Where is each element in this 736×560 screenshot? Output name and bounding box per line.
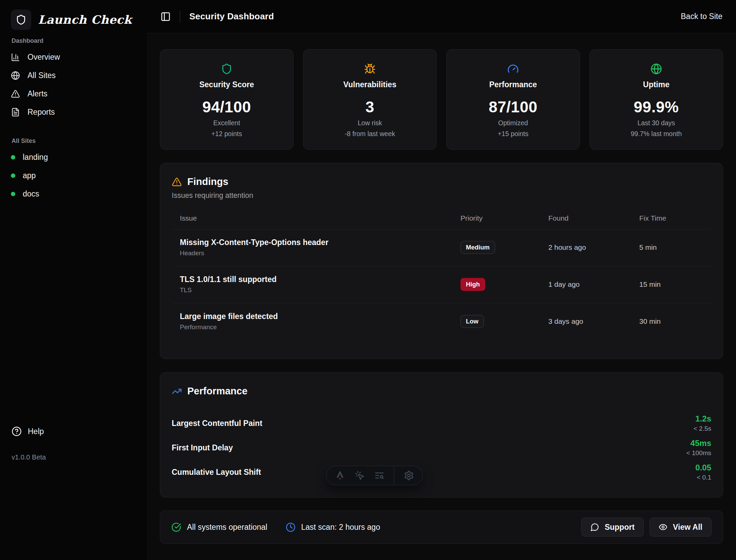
file-text-icon xyxy=(11,108,20,117)
stat-sub2: +12 points xyxy=(211,130,242,138)
sidebar-section-dashboard: Dashboard xyxy=(12,37,136,44)
help-label: Help xyxy=(28,427,44,436)
status-text: All systems operational xyxy=(187,523,267,532)
stat-value: 99.9% xyxy=(634,98,679,116)
stat-sub1: Optimized xyxy=(498,119,528,127)
sidebar-site-docs[interactable]: docs xyxy=(11,185,136,203)
finding-row[interactable]: Large image files detected Performance L… xyxy=(172,303,711,340)
security-dashboard-page: Launch Check Dashboard Overview All Site… xyxy=(0,0,736,560)
sidebar-item-help[interactable]: Help xyxy=(12,426,44,436)
pointer-click-icon[interactable] xyxy=(355,470,365,481)
issue-category: TLS xyxy=(180,286,460,294)
col-found: Found xyxy=(548,214,639,222)
col-issue: Issue xyxy=(172,214,460,222)
launcher-logo-icon[interactable] xyxy=(335,470,345,481)
sidebar-item-overview[interactable]: Overview xyxy=(11,48,136,66)
col-priority: Priority xyxy=(460,214,548,222)
support-label: Support xyxy=(605,523,635,532)
site-name: app xyxy=(23,171,36,180)
message-circle-icon xyxy=(590,523,599,531)
stat-value: 94/100 xyxy=(202,98,251,116)
sidebar-item-alerts[interactable]: Alerts xyxy=(11,85,136,103)
findings-card: Findings Issues requiring attention Issu… xyxy=(160,163,723,359)
metric-label: First Input Delay xyxy=(172,443,233,452)
sidebar-site-landing[interactable]: landing xyxy=(11,148,136,166)
finding-row[interactable]: Missing X-Content-Type-Options header He… xyxy=(172,229,711,266)
stat-card-uptime: Uptime 99.9% Last 30 days 99.7% last mon… xyxy=(589,49,723,150)
metric-threshold: < 100ms xyxy=(686,449,711,457)
stat-card-security-score: Security Score 94/100 Excellent +12 poin… xyxy=(160,49,294,150)
finding-row[interactable]: TLS 1.0/1.1 still supported TLS High 1 d… xyxy=(172,266,711,303)
page-title: Security Dashboard xyxy=(189,11,274,22)
overlay-toolbar xyxy=(326,466,423,485)
dashboard-content: Security Score 94/100 Excellent +12 poin… xyxy=(147,33,736,560)
performance-card: Performance Largest Contentful Paint 1.2… xyxy=(160,372,723,498)
stat-title: Vulnerabilities xyxy=(343,80,396,89)
main-area: Security Dashboard Back to Site Security… xyxy=(147,0,736,560)
view-all-label: View All xyxy=(673,523,702,532)
topbar-divider xyxy=(180,11,180,22)
stat-sub2: -8 from last week xyxy=(345,130,395,138)
status-bar: All systems operational Last scan: 2 hou… xyxy=(160,510,723,544)
stat-sub2: 99.7% last month xyxy=(631,130,682,138)
toolbar-divider xyxy=(394,466,394,485)
stat-title: Performance xyxy=(489,80,537,89)
stat-card-vulnerabilities: Vulnerabilities 3 Low risk -8 from last … xyxy=(303,49,437,150)
stat-sub1: Excellent xyxy=(213,119,240,127)
last-scan-text: Last scan: 2 hours ago xyxy=(301,523,380,532)
findings-subtitle: Issues requiring attention xyxy=(172,191,711,200)
view-all-button[interactable]: View All xyxy=(649,518,712,537)
metric-value: 1.2s xyxy=(694,414,711,424)
fix-time: 15 min xyxy=(639,280,711,288)
back-to-site-link[interactable]: Back to Site xyxy=(681,12,722,21)
performance-title: Performance xyxy=(187,386,247,397)
site-status-dot xyxy=(11,173,15,178)
findings-table: Issue Priority Found Fix Time Missing X-… xyxy=(172,214,711,340)
sidebar-toggle-button[interactable] xyxy=(161,12,171,22)
stat-title: Uptime xyxy=(643,80,669,89)
found-time: 3 days ago xyxy=(548,317,639,325)
app-logo[interactable]: Launch Check xyxy=(11,10,136,30)
findings-table-header: Issue Priority Found Fix Time xyxy=(172,214,711,229)
topbar: Security Dashboard Back to Site xyxy=(147,0,736,33)
gauge-icon xyxy=(507,63,519,75)
sidebar: Launch Check Dashboard Overview All Site… xyxy=(0,0,147,560)
sidebar-item-reports[interactable]: Reports xyxy=(11,103,136,121)
found-time: 1 day ago xyxy=(548,280,639,288)
sidebar-site-app[interactable]: app xyxy=(11,166,136,185)
clock-icon xyxy=(286,522,296,532)
panel-left-icon xyxy=(161,12,171,22)
last-scan: Last scan: 2 hours ago xyxy=(286,522,380,532)
stat-value: 87/100 xyxy=(489,98,537,116)
nav-label: Reports xyxy=(27,108,55,117)
metric-label: Cumulative Layout Shift xyxy=(172,468,261,477)
metric-threshold: < 2.5s xyxy=(694,425,711,432)
fix-time: 5 min xyxy=(639,243,711,251)
eye-icon xyxy=(659,523,667,531)
metric-value: 0.05 xyxy=(695,463,711,472)
issue-category: Headers xyxy=(180,249,460,257)
metric-row-cls: Cumulative Layout Shift 0.05 < 0.1 xyxy=(172,460,711,484)
alert-triangle-icon xyxy=(11,89,20,98)
issue-title: Missing X-Content-Type-Options header xyxy=(180,238,460,247)
issue-title: Large image files detected xyxy=(180,312,460,321)
support-button[interactable]: Support xyxy=(581,518,644,537)
help-circle-icon xyxy=(12,426,22,436)
site-name: docs xyxy=(23,189,39,199)
stats-row: Security Score 94/100 Excellent +12 poin… xyxy=(160,49,723,150)
settings-gear-icon[interactable] xyxy=(404,470,414,481)
chart-column-icon xyxy=(11,53,20,62)
issue-category: Performance xyxy=(180,323,460,331)
stat-title: Security Score xyxy=(199,80,254,89)
system-status: All systems operational xyxy=(171,522,267,532)
fix-time: 30 min xyxy=(639,317,711,325)
stat-sub1: Low risk xyxy=(358,119,382,127)
metric-value: 45ms xyxy=(686,438,711,448)
list-search-icon[interactable] xyxy=(374,470,384,481)
site-status-dot xyxy=(11,155,15,160)
globe-icon xyxy=(11,71,20,80)
nav-label: Overview xyxy=(27,53,60,62)
sidebar-item-all-sites[interactable]: All Sites xyxy=(11,66,136,85)
site-name: landing xyxy=(23,153,48,162)
stat-card-performance: Performance 87/100 Optimized +15 points xyxy=(446,49,580,150)
